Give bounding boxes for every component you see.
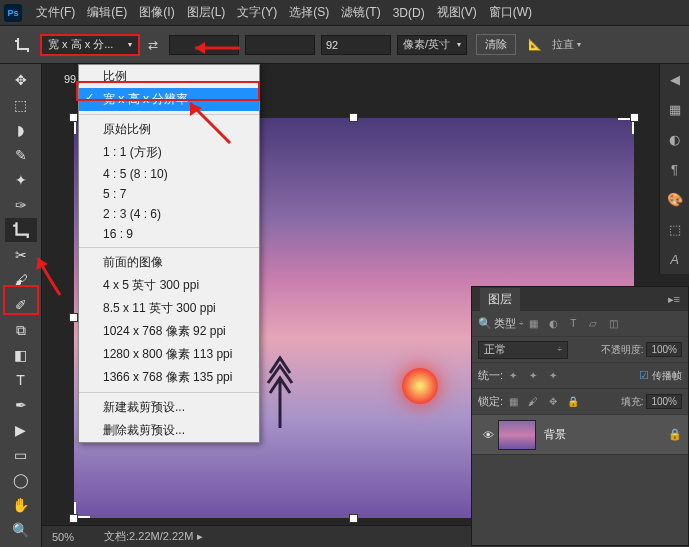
menu-view[interactable]: 视图(V) xyxy=(431,4,483,21)
preset-item-1-1[interactable]: 1 : 1 (方形) xyxy=(79,141,259,164)
lock-pixels-icon[interactable]: 🖌 xyxy=(523,392,543,412)
type-tool[interactable]: T xyxy=(5,368,37,392)
layer-thumbnail[interactable] xyxy=(498,420,536,450)
resolution-unit-dropdown[interactable]: 像素/英寸 ▾ xyxy=(397,35,467,55)
preset-item-1366x768[interactable]: 1366 x 768 像素 135 ppi xyxy=(79,366,259,389)
menu-filter[interactable]: 滤镜(T) xyxy=(335,4,386,21)
crop-preset-dropdown[interactable]: 宽 x 高 x 分... ▾ xyxy=(40,34,140,56)
preset-item-16-9[interactable]: 16 : 9 xyxy=(79,224,259,244)
layers-filter-row: 🔍 类型 ÷ ▦ ◐ T ▱ ◫ xyxy=(472,311,688,337)
menu-edit[interactable]: 编辑(E) xyxy=(81,4,133,21)
visibility-eye-icon[interactable]: 👁 xyxy=(478,429,498,441)
filter-shape-icon[interactable]: ▱ xyxy=(583,314,603,334)
preset-item-new[interactable]: 新建裁剪预设... xyxy=(79,396,259,419)
menu-3d[interactable]: 3D(D) xyxy=(387,6,431,20)
pencil-tool[interactable]: ✐ xyxy=(5,293,37,317)
hand-tool[interactable]: ✋ xyxy=(5,493,37,517)
zoom-tool[interactable]: 🔍 xyxy=(5,518,37,542)
propagate-checkbox[interactable]: ☑ xyxy=(639,369,649,382)
pen-tool[interactable]: ✒ xyxy=(5,393,37,417)
crop-handle-tm[interactable] xyxy=(349,113,358,122)
eyedropper-tool[interactable]: ✑ xyxy=(5,193,37,217)
layer-row-background[interactable]: 👁 背景 🔒 xyxy=(472,415,688,455)
doc-info-flyout-icon[interactable]: ▸ xyxy=(197,530,203,543)
chevron-down-icon: ▾ xyxy=(128,40,132,49)
opacity-value[interactable]: 100% xyxy=(646,342,682,357)
preset-item-1280x800[interactable]: 1280 x 800 像素 113 ppi xyxy=(79,343,259,366)
clear-button[interactable]: 清除 xyxy=(476,34,516,55)
brush-tool[interactable]: 🖌 xyxy=(5,268,37,292)
marquee-tool[interactable]: ⬚ xyxy=(5,93,37,117)
tool-box: ✥ ⬚ ◗ ✎ ✦ ✑ ✂ 🖌 ✐ ⧉ ◧ T ✒ ▶ ▭ ◯ ✋ 🔍 xyxy=(0,64,42,547)
doc-info[interactable]: 文档:2.22M/2.22M xyxy=(104,529,193,544)
width-input[interactable] xyxy=(169,35,239,55)
path-select-tool[interactable]: ▶ xyxy=(5,418,37,442)
panel-expand-icon[interactable]: ◀ xyxy=(660,64,689,94)
zoom-level[interactable]: 50% xyxy=(52,531,74,543)
blend-mode-dropdown[interactable]: 正常 ÷ xyxy=(478,341,568,359)
adjustments-panel-icon[interactable]: ◐ xyxy=(660,124,689,154)
preset-item-1024x768[interactable]: 1024 x 768 像素 92 ppi xyxy=(79,320,259,343)
preset-item-delete[interactable]: 删除裁剪预设... xyxy=(79,419,259,442)
unify-style-icon[interactable]: ✦ xyxy=(543,366,563,386)
filter-adjust-icon[interactable]: ◐ xyxy=(543,314,563,334)
preset-item-ratio[interactable]: 比例 xyxy=(79,65,259,88)
styles-panel-icon[interactable]: ⬚ xyxy=(660,214,689,244)
paragraph-panel-icon[interactable]: ¶ xyxy=(660,154,689,184)
preset-item-4-5[interactable]: 4 : 5 (8 : 10) xyxy=(79,164,259,184)
menu-select[interactable]: 选择(S) xyxy=(283,4,335,21)
ellipse-tool[interactable]: ◯ xyxy=(5,468,37,492)
quick-select-tool[interactable]: ✎ xyxy=(5,143,37,167)
unify-visibility-icon[interactable]: ✦ xyxy=(523,366,543,386)
resolution-input[interactable] xyxy=(321,35,391,55)
preset-item-5-7[interactable]: 5 : 7 xyxy=(79,184,259,204)
filter-type-icon[interactable]: T xyxy=(563,314,583,334)
straighten-icon[interactable]: 📐 xyxy=(522,34,548,56)
lock-all-icon[interactable]: 🔒 xyxy=(563,392,583,412)
shape-tool[interactable]: ▭ xyxy=(5,443,37,467)
height-input[interactable] xyxy=(245,35,315,55)
preset-item-85x11in[interactable]: 8.5 x 11 英寸 300 ppi xyxy=(79,297,259,320)
unity-label: 统一: xyxy=(478,368,503,383)
crop-handle-tl[interactable] xyxy=(69,113,78,122)
menu-layer[interactable]: 图层(L) xyxy=(181,4,232,21)
magic-wand-tool[interactable]: ✦ xyxy=(5,168,37,192)
filter-smart-icon[interactable]: ◫ xyxy=(603,314,623,334)
crop-handle-bl[interactable] xyxy=(69,514,78,523)
gradient-tool[interactable]: ◧ xyxy=(5,343,37,367)
layer-name[interactable]: 背景 xyxy=(544,427,566,442)
lasso-tool[interactable]: ◗ xyxy=(5,118,37,142)
lock-transparent-icon[interactable]: ▦ xyxy=(503,392,523,412)
preset-item-wxhxres[interactable]: ✓ 宽 x 高 x 分辨率 xyxy=(79,88,259,111)
layers-tab[interactable]: 图层 xyxy=(480,288,520,311)
preset-item-front-image[interactable]: 前面的图像 xyxy=(79,251,259,274)
menu-type[interactable]: 文字(Y) xyxy=(231,4,283,21)
crop-handle-tr[interactable] xyxy=(630,113,639,122)
filter-pixel-icon[interactable]: ▦ xyxy=(523,314,543,334)
lock-position-icon[interactable]: ✥ xyxy=(543,392,563,412)
slice-tool[interactable]: ✂ xyxy=(5,243,37,267)
preset-item-2-3[interactable]: 2 : 3 (4 : 6) xyxy=(79,204,259,224)
crop-handle-bm[interactable] xyxy=(349,514,358,523)
character-panel-icon[interactable]: A xyxy=(660,244,689,274)
swatches-panel-icon[interactable]: ▦ xyxy=(660,94,689,124)
filter-kind-dropdown[interactable]: 🔍 类型 ÷ xyxy=(478,316,523,331)
swap-dimensions-icon[interactable]: ⇄ xyxy=(148,38,158,52)
crop-tool[interactable] xyxy=(5,218,37,242)
crop-handle-ml[interactable] xyxy=(69,313,78,322)
move-tool[interactable]: ✥ xyxy=(5,68,37,92)
fill-value[interactable]: 100% xyxy=(646,394,682,409)
layers-unity-row: 统一: ✦ ✦ ✦ ☑ 传播帧 xyxy=(472,363,688,389)
menu-separator xyxy=(79,114,259,115)
preset-item-original[interactable]: 原始比例 xyxy=(79,118,259,141)
current-tool-icon[interactable] xyxy=(8,31,36,59)
preset-item-4x5in[interactable]: 4 x 5 英寸 300 ppi xyxy=(79,274,259,297)
menu-file[interactable]: 文件(F) xyxy=(30,4,81,21)
straighten-dropdown[interactable]: 拉直 ▾ xyxy=(552,37,581,52)
menu-window[interactable]: 窗口(W) xyxy=(483,4,538,21)
color-panel-icon[interactable]: 🎨 xyxy=(660,184,689,214)
clone-tool[interactable]: ⧉ xyxy=(5,318,37,342)
menu-image[interactable]: 图像(I) xyxy=(133,4,180,21)
panel-menu-icon[interactable]: ▸≡ xyxy=(668,293,680,306)
unify-position-icon[interactable]: ✦ xyxy=(503,366,523,386)
